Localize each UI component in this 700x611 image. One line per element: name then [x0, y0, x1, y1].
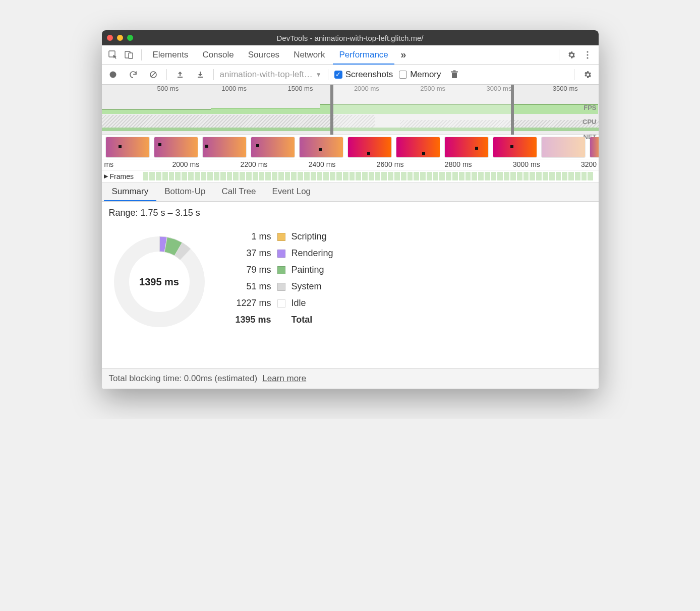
summary-legend: 1 msScripting37 msRendering79 msPainting…: [230, 231, 333, 325]
settings-icon[interactable]: [564, 48, 578, 62]
tab-performance[interactable]: Performance: [333, 45, 394, 65]
overview-tick: 3500 ms: [553, 85, 578, 92]
svg-rect-9: [178, 77, 183, 78]
devtools-window: DevTools - animation-with-top-left.glitc…: [102, 30, 599, 389]
kebab-menu-icon[interactable]: [580, 48, 595, 62]
overview-tick: 1500 ms: [288, 85, 313, 92]
capture-settings-icon[interactable]: [580, 68, 595, 82]
svg-rect-11: [452, 73, 457, 78]
tab-elements[interactable]: Elements: [147, 45, 195, 65]
download-profile-button[interactable]: [193, 68, 207, 82]
performance-toolbar: animation-with-top-left… ▼ Screenshots M…: [102, 65, 599, 85]
zoom-window-button[interactable]: [127, 35, 133, 41]
learn-more-link[interactable]: Learn more: [262, 374, 306, 384]
details-tab-bottom-up[interactable]: Bottom-Up: [156, 182, 213, 201]
expand-icon[interactable]: ▶: [104, 173, 108, 179]
details-tab-call-tree[interactable]: Call Tree: [213, 182, 264, 201]
checkbox-box-icon: [334, 71, 342, 79]
legend-row-total: 1395 msTotal: [230, 315, 333, 325]
clear-button[interactable]: [146, 68, 160, 82]
legend-row-painting: 79 msPainting: [230, 265, 333, 275]
legend-label: Painting: [291, 265, 324, 275]
details-tab-summary[interactable]: Summary: [104, 182, 157, 201]
filmstrip[interactable]: [102, 135, 599, 159]
range-value: 1.75 s – 3.15 s: [141, 208, 200, 218]
screenshot-thumb[interactable]: [251, 137, 295, 157]
frames-track[interactable]: ▶ Frames: [102, 170, 599, 182]
fps-row-label: FPS: [584, 104, 596, 111]
divider: [328, 69, 328, 80]
svg-rect-12: [451, 71, 458, 72]
recording-select[interactable]: animation-with-top-left… ▼: [220, 70, 322, 80]
recording-select-label: animation-with-top-left…: [220, 70, 313, 80]
range-prefix: Range:: [109, 208, 138, 218]
legend-swatch: [277, 266, 285, 274]
summary-panel: Range: 1.75 s – 3.15 s 1395 ms 1 msScrip…: [102, 202, 599, 368]
legend-label: Idle: [291, 298, 306, 309]
screenshots-label: Screenshots: [345, 70, 393, 80]
memory-label: Memory: [410, 70, 441, 80]
screenshot-thumb[interactable]: [396, 137, 440, 157]
overview-selection[interactable]: [330, 85, 514, 135]
memory-checkbox[interactable]: Memory: [399, 70, 441, 80]
screenshot-thumb[interactable]: [445, 137, 488, 157]
ruler-tick: 2000 ms: [172, 160, 200, 168]
legend-ms: 1395 ms: [230, 315, 271, 325]
frames-bars: [143, 172, 594, 180]
screenshots-checkbox[interactable]: Screenshots: [334, 70, 393, 80]
ruler-tick: 2400 ms: [309, 160, 336, 168]
footer-bar: Total blocking time: 0.00ms (estimated) …: [102, 368, 599, 389]
legend-row-rendering: 37 msRendering: [230, 248, 333, 259]
inspect-element-icon[interactable]: [106, 48, 120, 62]
screenshot-thumb[interactable]: [590, 137, 599, 157]
tab-console[interactable]: Console: [196, 45, 240, 65]
tab-sources[interactable]: Sources: [242, 45, 285, 65]
legend-row-idle: 1227 msIdle: [230, 298, 333, 309]
screenshot-thumb[interactable]: [154, 137, 198, 157]
overview-tick: 500 ms: [157, 85, 179, 92]
legend-ms: 51 ms: [230, 281, 271, 292]
screenshot-thumb[interactable]: [106, 137, 149, 157]
minimize-window-button[interactable]: [117, 35, 123, 41]
legend-ms: 79 ms: [230, 265, 271, 275]
svg-point-3: [587, 51, 588, 52]
chevron-down-icon: ▼: [316, 71, 322, 78]
legend-swatch: [277, 233, 285, 241]
screenshot-thumb[interactable]: [203, 137, 246, 157]
svg-point-5: [587, 57, 588, 58]
screenshot-thumb[interactable]: [348, 137, 391, 157]
overview-timeline[interactable]: 500 ms1000 ms1500 ms2000 ms2500 ms3000 m…: [102, 85, 599, 135]
window-controls: [107, 35, 133, 41]
legend-label: Total: [291, 315, 313, 325]
divider: [213, 69, 214, 80]
device-toolbar-icon[interactable]: [122, 48, 136, 62]
screenshot-thumb[interactable]: [493, 137, 537, 157]
tab-network[interactable]: Network: [287, 45, 331, 65]
divider: [574, 69, 574, 80]
overview-tick: 1000 ms: [221, 85, 247, 92]
details-tabs: SummaryBottom-UpCall TreeEvent Log: [102, 182, 599, 202]
legend-row-system: 51 msSystem: [230, 281, 333, 292]
timeline-ruler[interactable]: ms2000 ms2200 ms2400 ms2600 ms2800 ms300…: [102, 159, 599, 170]
close-window-button[interactable]: [107, 35, 113, 41]
legend-ms: 1227 ms: [230, 298, 271, 309]
donut-center-total: 1395 ms: [109, 231, 210, 332]
titlebar: DevTools - animation-with-top-left.glitc…: [102, 30, 599, 45]
legend-swatch: [277, 299, 285, 308]
details-tab-event-log[interactable]: Event Log: [264, 182, 319, 201]
gc-button[interactable]: [447, 68, 461, 82]
legend-ms: 1 ms: [230, 231, 271, 242]
tbt-text: Total blocking time: 0.00ms (estimated): [109, 374, 258, 384]
range-text: Range: 1.75 s – 3.15 s: [109, 208, 592, 218]
screenshot-thumb[interactable]: [542, 137, 585, 157]
summary-donut-chart: 1395 ms: [109, 231, 210, 332]
legend-label: Rendering: [291, 248, 333, 259]
reload-record-button[interactable]: [126, 68, 140, 82]
upload-profile-button[interactable]: [173, 68, 187, 82]
svg-point-6: [109, 71, 116, 78]
more-tabs-button[interactable]: »: [396, 48, 411, 62]
record-button[interactable]: [106, 68, 120, 82]
screenshot-thumb[interactable]: [300, 137, 343, 157]
ruler-tick: 3000 ms: [513, 160, 540, 168]
legend-ms: 37 ms: [230, 248, 271, 259]
